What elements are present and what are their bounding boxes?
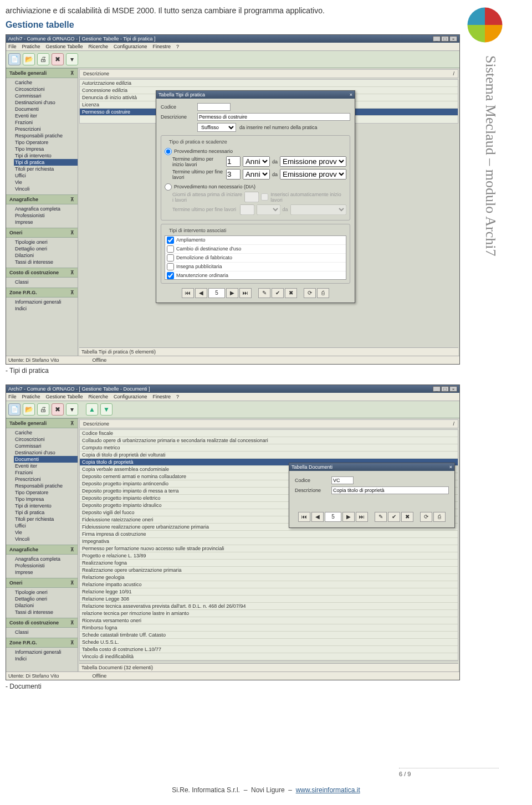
column-header[interactable]: Descrizione/ (79, 69, 458, 78)
sidebar-item[interactable]: Vincoli (15, 536, 78, 542)
sidebar-group-header[interactable]: Oneri⊼ (6, 578, 78, 588)
check-item[interactable]: Manutenzione ordinaria (165, 271, 346, 280)
delete-icon[interactable]: ✖ (52, 53, 64, 65)
sidebar-item[interactable]: Documenti (14, 456, 78, 463)
sidebar-item[interactable]: Documenti (15, 106, 78, 112)
menu-item[interactable]: Configurazione (114, 394, 147, 399)
list-item[interactable]: Copia di titolo di proprietà dei voltura… (80, 452, 458, 459)
close-icon[interactable]: × (449, 464, 452, 470)
list-item[interactable]: Realizzazione opere urbanizzazione prima… (80, 567, 458, 574)
sidebar-item[interactable]: Tipi di intervento (15, 503, 78, 509)
sidebar-item[interactable]: Vie (15, 529, 78, 536)
sidebar-item[interactable]: Indici (15, 655, 78, 662)
sidebar-item[interactable]: Vincoli (15, 186, 78, 192)
menu-item[interactable]: Ricerche (88, 44, 108, 49)
list-item[interactable]: Vincolo di inedificabilità (80, 653, 458, 660)
menu-item[interactable]: Configurazione (114, 44, 147, 49)
list-item[interactable]: Schede catastali timbrate Uff. Catasto (80, 632, 458, 639)
sidebar-item[interactable]: Tipo Impresa (15, 146, 78, 152)
print-icon[interactable]: 🖨 (37, 53, 49, 65)
sidebar-item[interactable]: Dettaglio oneri (15, 596, 78, 602)
list-item[interactable]: Ricevuta versamento oneri (80, 617, 458, 624)
sidebar-item[interactable]: Tassi di interesse (15, 609, 78, 616)
menu-item[interactable]: ? (176, 44, 179, 49)
sidebar-item[interactable]: Imprese (15, 569, 78, 576)
list-item[interactable]: Rimborso fogna (80, 624, 458, 632)
sidebar-item[interactable]: Indici (15, 305, 78, 312)
check-item[interactable]: Cambio di destinazione d'uso (165, 245, 346, 254)
list-item[interactable]: Autorizzazione edilizia (80, 80, 458, 87)
term1-event[interactable]: Emissione provvedimento (280, 156, 346, 167)
sidebar-item[interactable]: Frazioni (15, 119, 78, 126)
toolbar[interactable]: 📄 📂 🖨 ✖ ▾ ▲ ▼ (6, 401, 459, 418)
window-controls[interactable]: _□× (432, 386, 457, 392)
new-icon[interactable]: 📄 (8, 53, 21, 65)
menu-bar[interactable]: FilePraticheGestione TabelleRicercheConf… (6, 393, 459, 401)
record-nav[interactable]: ⏮◀5▶⏭ ✎✔✖ ⟳⎙ (161, 288, 350, 298)
delete-icon[interactable]: ✖ (52, 403, 64, 416)
sidebar-group-header[interactable]: Anagrafiche⊼ (6, 194, 78, 204)
term2-unit[interactable]: Anni (243, 169, 270, 180)
menu-item[interactable]: Finestre (153, 44, 171, 49)
sidebar-group-header[interactable]: Zone P.R.G.⊼ (6, 638, 78, 648)
codice-input[interactable] (197, 103, 231, 111)
sidebar-item[interactable]: Cariche (15, 79, 78, 86)
menu-item[interactable]: Gestione Tabelle (46, 44, 83, 49)
open-icon[interactable]: 📂 (23, 53, 35, 65)
menu-item[interactable]: Finestre (153, 394, 171, 399)
dropdown-icon[interactable]: ▾ (66, 53, 78, 65)
window-controls[interactable]: _□× (432, 36, 457, 42)
close-icon[interactable]: × (350, 92, 352, 98)
codice-input[interactable] (331, 476, 354, 484)
sidebar-item[interactable]: Anagrafica completa (15, 206, 78, 212)
list-item[interactable]: Firma impresa di costruzione (80, 531, 458, 538)
check-item[interactable]: Ampliamento (165, 236, 346, 245)
list-item[interactable]: Impegnativa (80, 538, 458, 545)
open-icon[interactable]: 📂 (23, 403, 35, 416)
menu-item[interactable]: Ricerche (88, 394, 108, 399)
sidebar-item[interactable]: Tipi di pratica (14, 159, 78, 166)
sidebar-item[interactable]: Commissari (15, 443, 78, 449)
sidebar-item[interactable]: Frazioni (15, 469, 78, 476)
sidebar-item[interactable]: Prescrizioni (15, 476, 78, 483)
sidebar-item[interactable]: Dettaglio oneri (15, 245, 78, 252)
sidebar-item[interactable]: Classi (15, 629, 78, 635)
menu-item[interactable]: Gestione Tabelle (46, 394, 83, 399)
menu-item[interactable]: File (8, 394, 17, 399)
dropdown-icon[interactable]: ▾ (66, 403, 78, 416)
sidebar-item[interactable]: Responsabili pratiche (15, 483, 78, 489)
sidebar-item[interactable]: Vie (15, 179, 78, 186)
toolbar[interactable]: 📄 📂 🖨 ✖ ▾ (6, 51, 459, 68)
sidebar-item[interactable]: Uffici (15, 172, 78, 179)
record-nav[interactable]: ⏮◀5▶⏭ ✎✔✖ ⟳⎙ (295, 512, 449, 522)
sidebar-item[interactable]: Imprese (15, 219, 78, 225)
sidebar-item[interactable]: Tipo Operatore (15, 139, 78, 146)
sidebar-group-header[interactable]: Costo di costruzione⊼ (6, 618, 78, 628)
descrizione-input[interactable] (331, 486, 449, 494)
menu-item[interactable]: ? (176, 394, 179, 399)
list-item[interactable]: Relazione impatto acustico (80, 581, 458, 588)
list-item[interactable]: Relazione legge 10/91 (80, 588, 458, 596)
sidebar-item[interactable]: Responsabili pratiche (15, 132, 78, 139)
sidebar-item[interactable]: Anagrafica completa (15, 556, 78, 562)
sidebar-item[interactable]: Eventi iter (15, 112, 78, 119)
list-item[interactable]: relazione tecnica per rimozione lastre i… (80, 610, 458, 617)
list-item[interactable]: Schede U.S.S.L. (80, 639, 458, 646)
sidebar-group-header[interactable]: Oneri⊼ (6, 228, 78, 238)
sidebar-item[interactable]: Dilazioni (15, 602, 78, 609)
descrizione-input[interactable] (197, 113, 350, 121)
suffisso-select[interactable]: Suffisso (197, 123, 236, 132)
list-item[interactable]: Relazione tecnica asseverativa prevista … (80, 603, 458, 610)
sidebar-group-header[interactable]: Anagrafiche⊼ (6, 545, 78, 555)
check-item[interactable]: Demolizione di fabbricato (165, 254, 346, 263)
list-item[interactable]: Relazione Legge 308 (80, 596, 458, 603)
list-item[interactable]: Permesso per formazione nuovo accesso su… (80, 545, 458, 552)
sidebar-item[interactable]: Tipologie oneri (15, 589, 78, 596)
radio-provv-nec[interactable] (165, 148, 172, 155)
sidebar-item[interactable]: Titoli per richiesta (15, 166, 78, 172)
sidebar-item[interactable]: Circoscrizioni (15, 86, 78, 93)
sidebar-item[interactable]: Prescrizioni (15, 126, 78, 132)
sidebar-item[interactable]: Titoli per richiesta (15, 516, 78, 522)
sidebar-item[interactable]: Destinazioni d'uso (15, 99, 78, 106)
sidebar-item[interactable]: Professionisti (15, 212, 78, 219)
